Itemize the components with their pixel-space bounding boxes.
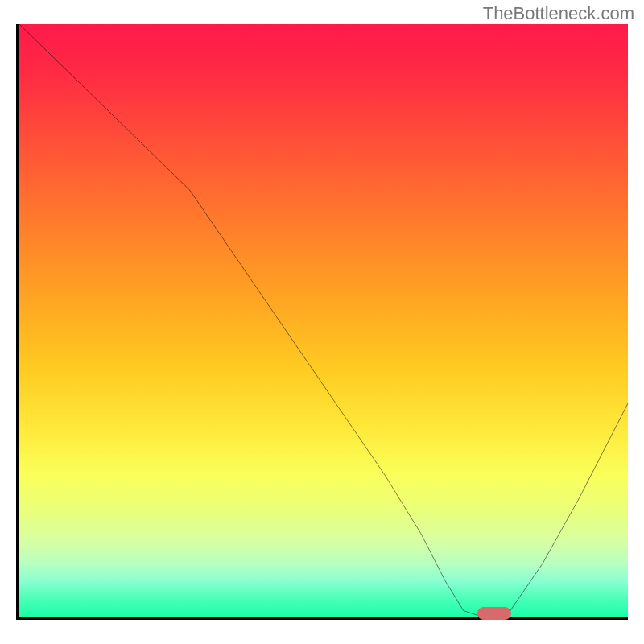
bottleneck-curve <box>19 24 628 617</box>
watermark-text: TheBottleneck.com <box>483 3 634 24</box>
optimum-marker <box>477 607 511 620</box>
curve-path <box>19 24 628 617</box>
plot-area <box>16 24 628 620</box>
